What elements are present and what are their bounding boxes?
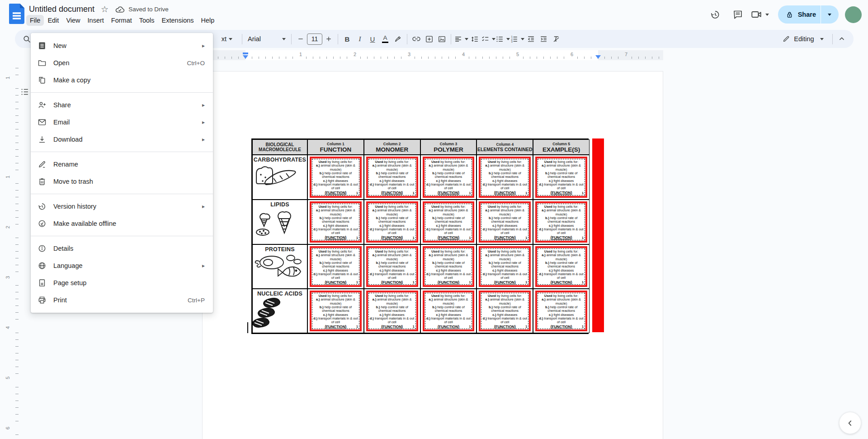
answer-box-inner: Used by living cells for:a.) animal stru…: [368, 159, 416, 196]
offline-icon: [38, 219, 47, 228]
share-dropdown[interactable]: [821, 5, 836, 24]
ruler-number: 5: [5, 377, 10, 379]
share-button[interactable]: Share: [778, 5, 839, 24]
avatar[interactable]: [845, 6, 862, 23]
join-call-button[interactable]: [750, 9, 772, 20]
comments-button[interactable]: [728, 5, 748, 24]
menubar-item-file[interactable]: File: [26, 15, 44, 26]
file-menu-item-version-history[interactable]: Version history▸: [31, 198, 213, 215]
menubar-item-help[interactable]: Help: [198, 15, 218, 26]
insert-link-button[interactable]: [410, 33, 423, 45]
right-indent-marker[interactable]: [595, 55, 601, 59]
menubar-item-extensions[interactable]: Extensions: [158, 15, 198, 26]
underline-button[interactable]: U: [366, 33, 379, 45]
line-spacing-button[interactable]: [468, 33, 481, 45]
show-side-panel-button[interactable]: [839, 412, 861, 434]
numbered-list-dropdown[interactable]: [510, 33, 524, 45]
submenu-arrow-icon: ▸: [202, 102, 205, 108]
file-menu-item-share[interactable]: Share▸: [31, 96, 213, 114]
file-menu-item-email[interactable]: Email▸: [31, 114, 213, 131]
table-column-header-2: Column 2MONOMER: [364, 139, 420, 155]
checklist-icon: [481, 35, 490, 43]
answer-box: Used by living cells for:a.) animal stru…: [535, 246, 587, 287]
menubar: FileEditViewInsertFormatToolsExtensionsH…: [26, 15, 218, 26]
answer-box-inner: Used by living cells for:a.) animal stru…: [425, 159, 472, 196]
file-menu-item-download[interactable]: Download▸: [31, 131, 213, 148]
hide-menus-button[interactable]: [835, 33, 848, 45]
download-icon: [38, 135, 47, 144]
insert-image-button[interactable]: [435, 33, 448, 45]
highlight-color-button[interactable]: [392, 33, 404, 45]
file-menu-item-page-setup[interactable]: Page setup: [31, 274, 213, 291]
star-icon[interactable]: ☆: [101, 4, 108, 14]
chevron-down-icon: [506, 38, 510, 42]
bold-button[interactable]: B: [341, 33, 354, 45]
first-line-indent-marker[interactable]: [243, 52, 248, 54]
checklist-dropdown[interactable]: [481, 33, 495, 45]
answer-cell: Used by living cells for:a.) animal stru…: [364, 155, 420, 200]
chevron-down-icon: [828, 14, 831, 18]
align-left-icon: [454, 35, 462, 43]
trash-icon: [38, 177, 47, 186]
italic-button[interactable]: I: [354, 33, 366, 45]
menubar-item-insert[interactable]: Insert: [84, 15, 108, 26]
menubar-item-format[interactable]: Format: [108, 15, 136, 26]
answer-box: Used by living cells for:a.) animal stru…: [535, 157, 587, 198]
font-size-input[interactable]: 11: [307, 33, 322, 45]
answer-box: Used by living cells for:a.) animal stru…: [366, 157, 418, 198]
text-color-button[interactable]: A: [379, 33, 392, 45]
saved-status[interactable]: Saved to Drive: [115, 5, 169, 14]
cloud-check-icon: [115, 5, 125, 14]
paragraph-style-dropdown[interactable]: xt: [215, 33, 239, 45]
file-menu-item-new[interactable]: New▸: [31, 37, 213, 54]
menubar-item-view[interactable]: View: [62, 15, 84, 26]
menu-item-label: Details: [53, 245, 205, 252]
document-title[interactable]: Untitled document: [29, 5, 94, 14]
answer-cell: Used by living cells for:a.) animal stru…: [533, 244, 590, 289]
page-icon: [38, 278, 47, 287]
font-dropdown[interactable]: Arial: [245, 33, 288, 45]
videocam-icon: [750, 9, 762, 20]
answer-box: Used by living cells for:a.) animal stru…: [366, 291, 418, 331]
file-menu-item-make-available-offline[interactable]: Make available offline: [31, 215, 213, 232]
file-menu-item-move-to-trash[interactable]: Move to trash: [31, 173, 213, 190]
file-menu-item-print[interactable]: PrintCtrl+P: [31, 291, 213, 309]
bulleted-list-icon: [495, 35, 504, 43]
add-comment-button[interactable]: [423, 33, 435, 45]
menubar-item-edit[interactable]: Edit: [44, 15, 62, 26]
clear-formatting-button[interactable]: [550, 33, 562, 45]
editing-mode-dropdown[interactable]: Editing: [776, 33, 830, 45]
decrease-font-size-button[interactable]: [294, 33, 307, 45]
document-tabs-button[interactable]: [17, 84, 33, 100]
lipids-illustration: [253, 208, 298, 239]
align-dropdown[interactable]: [454, 33, 468, 45]
decrease-indent-button[interactable]: [524, 33, 537, 45]
chevron-down-icon: [521, 38, 524, 42]
nucleic-acids-illustration: [253, 297, 284, 330]
globe-icon: [38, 261, 47, 270]
ruler-number: 6: [571, 52, 573, 57]
submenu-arrow-icon: ▸: [202, 262, 205, 269]
answer-cell: Used by living cells for:a.) animal stru…: [420, 244, 477, 289]
file-menu-item-language[interactable]: Language▸: [31, 257, 213, 274]
increase-indent-button[interactable]: [537, 33, 550, 45]
increase-font-size-button[interactable]: [322, 33, 335, 45]
file-menu-item-make-a-copy[interactable]: Make a copy: [31, 72, 213, 89]
left-indent-marker[interactable]: [243, 55, 248, 59]
answer-box-inner: Used by living cells for:a.) animal stru…: [312, 159, 359, 196]
file-menu-item-open[interactable]: OpenCtrl+O: [31, 54, 213, 72]
file-menu-item-rename[interactable]: Rename: [31, 156, 213, 173]
menubar-item-tools[interactable]: Tools: [136, 15, 158, 26]
answer-cell: Used by living cells for:a.) animal stru…: [307, 289, 364, 333]
answer-box: Used by living cells for:a.) animal stru…: [310, 291, 362, 331]
row-label-carbohydrates: CARBOHYDRATES: [252, 155, 307, 200]
version-history-button[interactable]: [705, 5, 725, 24]
ruler-number: 1: [299, 52, 302, 57]
answer-box: Used by living cells for:a.) animal stru…: [479, 157, 531, 198]
answer-box-inner: Used by living cells for:a.) animal stru…: [368, 248, 416, 285]
file-menu-item-details[interactable]: Details: [31, 240, 213, 257]
chevron-down-icon: [492, 38, 495, 42]
bulleted-list-dropdown[interactable]: [495, 33, 510, 45]
menu-item-shortcut: Ctrl+P: [188, 297, 205, 304]
docs-logo[interactable]: [9, 4, 24, 24]
